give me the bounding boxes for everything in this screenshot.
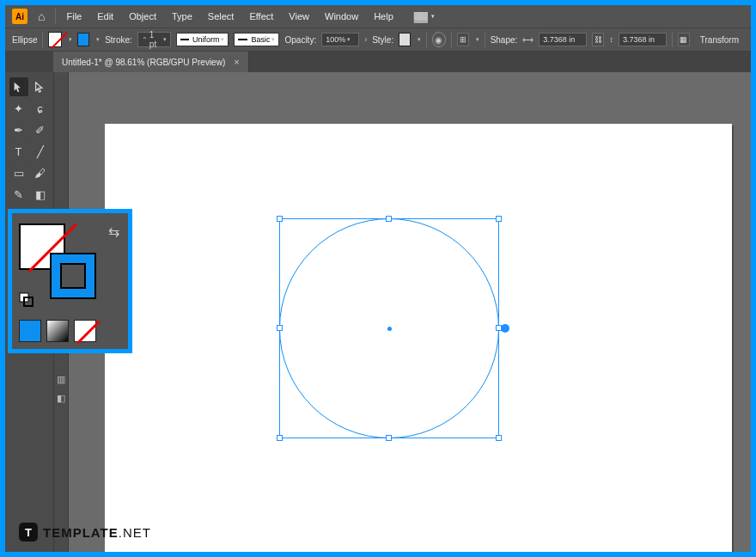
eraser-tool[interactable]: ◧ xyxy=(31,185,50,204)
line-tool[interactable]: ╱ xyxy=(31,142,50,161)
fill-swatch[interactable] xyxy=(48,32,62,47)
transform-panel-icon[interactable]: ▦ xyxy=(678,33,690,46)
menu-select[interactable]: Select xyxy=(201,8,241,25)
home-icon[interactable]: ⌂ xyxy=(31,9,52,23)
menu-type[interactable]: Type xyxy=(165,8,199,25)
graphic-style-swatch[interactable] xyxy=(399,33,411,46)
opacity-label: Opacity: xyxy=(284,35,316,45)
color-panel-callout: ⇆ xyxy=(8,209,132,353)
type-tool[interactable]: T xyxy=(9,142,28,161)
color-mode-solid[interactable] xyxy=(19,320,41,342)
selection-tool[interactable] xyxy=(9,77,28,96)
chevron-down-icon[interactable]: ▾ xyxy=(69,36,72,43)
canvas-area[interactable] xyxy=(69,72,751,552)
color-mode-gradient[interactable] xyxy=(46,320,69,342)
resize-handle[interactable] xyxy=(277,216,283,222)
swap-fill-stroke-icon[interactable]: ⇆ xyxy=(108,223,119,240)
stroke-label: Stroke: xyxy=(105,35,132,45)
menu-effect[interactable]: Effect xyxy=(242,8,280,25)
menu-view[interactable]: View xyxy=(282,8,316,25)
menu-window[interactable]: Window xyxy=(318,8,365,25)
resize-handle[interactable] xyxy=(386,216,392,222)
document-tab[interactable]: Untitled-1* @ 98.61% (RGB/GPU Preview) × xyxy=(53,52,249,72)
stroke-swatch[interactable] xyxy=(77,33,89,46)
style-label: Style: xyxy=(372,35,393,45)
color-panel: ⇆ xyxy=(12,213,128,349)
document-tab-bar: Untitled-1* @ 98.61% (RGB/GPU Preview) × xyxy=(5,52,751,72)
stroke-profile-dropdown[interactable]: Uniform▾ xyxy=(176,33,229,46)
chevron-down-icon[interactable]: ▾ xyxy=(96,36,100,43)
shape-properties-label: Shape: xyxy=(491,35,518,45)
curvature-tool[interactable]: ✐ xyxy=(31,120,50,139)
default-fill-stroke-icon[interactable] xyxy=(19,292,34,308)
menu-edit[interactable]: Edit xyxy=(90,8,120,25)
shape-width-field[interactable]: 3.7368 in xyxy=(539,33,587,46)
stroke-weight-field[interactable]: ⌃ 1 pt ▾ xyxy=(137,32,171,47)
width-icon: ⟷ xyxy=(522,35,533,44)
rectangle-tool[interactable]: ▭ xyxy=(9,163,28,182)
selection-bounding-box[interactable] xyxy=(279,218,499,438)
selected-shape-label: Ellipse xyxy=(12,35,37,45)
resize-handle[interactable] xyxy=(496,216,502,222)
link-dimensions-icon[interactable]: ⛓ xyxy=(592,33,604,46)
brush-dropdown[interactable]: Basic▾ xyxy=(234,33,279,46)
chevron-down-icon[interactable]: ▾ xyxy=(418,36,421,43)
shaper-tool[interactable]: ✎ xyxy=(9,185,28,204)
transform-link[interactable]: Transform xyxy=(695,35,744,45)
workspace-switcher[interactable]: ▓▓ ▾ xyxy=(414,11,435,21)
stroke-profile-label: Uniform xyxy=(192,35,220,44)
menu-object[interactable]: Object xyxy=(122,8,163,25)
resize-handle[interactable] xyxy=(277,325,283,331)
panel-icon[interactable]: ▥ xyxy=(55,373,67,385)
chevron-right-icon[interactable]: › xyxy=(364,35,367,44)
color-mode-none[interactable] xyxy=(74,320,96,342)
app-logo-icon[interactable]: Ai xyxy=(12,9,27,24)
align-button[interactable]: ⊞ xyxy=(457,33,469,46)
direct-selection-tool[interactable] xyxy=(31,77,50,96)
brush-label: Basic xyxy=(251,35,270,44)
resize-handle[interactable] xyxy=(496,435,502,441)
panel-icon[interactable]: ◧ xyxy=(55,392,67,404)
control-bar: Ellipse ▾ ▾ Stroke: ⌃ 1 pt ▾ Uniform▾ Ba… xyxy=(5,28,751,52)
paintbrush-tool[interactable]: 🖌 xyxy=(31,163,50,182)
pen-tool[interactable]: ✒ xyxy=(9,120,28,139)
recolor-icon[interactable]: ◉ xyxy=(432,32,446,47)
opacity-field[interactable]: 100%▾ xyxy=(321,33,359,46)
live-shape-widget-icon[interactable] xyxy=(501,324,509,333)
watermark: T TEMPLATE.NET xyxy=(19,523,151,542)
menu-help[interactable]: Help xyxy=(367,8,400,25)
stroke-weight-value: 1 pt xyxy=(149,30,160,49)
close-tab-button[interactable]: × xyxy=(234,57,239,67)
chevron-down-icon[interactable]: ▾ xyxy=(476,36,479,43)
menu-bar: Ai ⌂ File Edit Object Type Select Effect… xyxy=(5,5,751,28)
color-mode-row xyxy=(19,320,96,342)
shape-height-field[interactable]: 3.7368 in xyxy=(619,33,667,46)
resize-handle[interactable] xyxy=(277,435,283,441)
document-tab-title: Untitled-1* @ 98.61% (RGB/GPU Preview) xyxy=(62,58,225,67)
watermark-icon: T xyxy=(19,523,38,542)
stroke-color-well[interactable] xyxy=(50,253,96,299)
height-icon: ↕ xyxy=(609,35,613,44)
magic-wand-tool[interactable]: ✦ xyxy=(9,99,28,118)
menu-items: File Edit Object Type Select Effect View… xyxy=(59,8,399,25)
lasso-tool[interactable]: ɕ xyxy=(31,99,50,118)
menu-file[interactable]: File xyxy=(59,8,88,25)
watermark-text: TEMPLATE.NET xyxy=(43,525,151,540)
resize-handle[interactable] xyxy=(386,435,392,441)
